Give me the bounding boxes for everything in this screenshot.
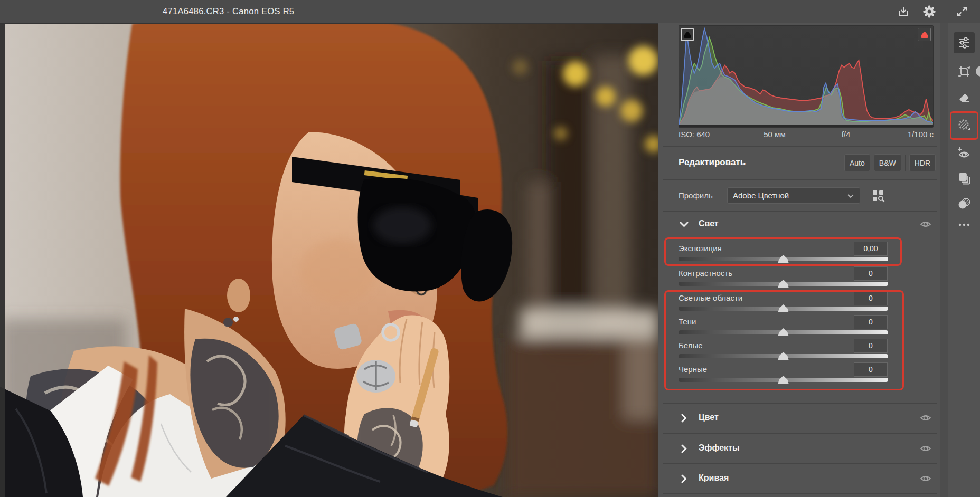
highlight-clipping-indicator[interactable] <box>918 28 931 41</box>
slider-label: Экспозиция <box>679 244 722 253</box>
chevron-right-icon <box>680 444 688 455</box>
titlebar-separator <box>948 3 948 20</box>
edit-panel-title: Редактировать <box>679 157 746 168</box>
slider-row-blacks: Черные 0 <box>679 364 888 387</box>
slider-track[interactable] <box>679 257 888 261</box>
slider-row-contrast: Контрастность 0 <box>679 267 888 291</box>
chevron-down-icon <box>847 191 854 200</box>
presets-tool-icon[interactable] <box>954 168 975 189</box>
heal-eraser-tool-icon[interactable] <box>954 87 975 108</box>
gear-icon[interactable] <box>922 4 937 19</box>
color-circles-tool-icon[interactable] <box>954 193 975 214</box>
slider-thumb[interactable] <box>778 352 789 360</box>
section-curve-header[interactable]: Кривая <box>658 464 940 493</box>
slider-value-box[interactable]: 0 <box>854 291 888 305</box>
section-title: Эффекты <box>699 443 740 453</box>
visibility-eye-icon[interactable] <box>920 443 931 454</box>
edit-tool-icon[interactable] <box>954 32 975 53</box>
more-tools-icon[interactable] <box>954 214 975 235</box>
bw-button[interactable]: B&W <box>874 154 901 171</box>
visibility-eye-icon[interactable] <box>920 413 931 423</box>
divider <box>663 493 937 494</box>
slider-label: Контрастность <box>679 269 732 278</box>
chevron-right-icon <box>680 414 688 425</box>
slider-track[interactable] <box>679 282 888 286</box>
slider-row-whites: Белые 0 <box>679 340 888 363</box>
slider-value-box[interactable]: 0,00 <box>854 242 888 256</box>
slider-label: Тени <box>679 317 696 326</box>
slider-row-shadows: Тени 0 <box>679 316 888 339</box>
exif-focal-length: 50 мм <box>743 130 806 144</box>
auto-button[interactable]: Auto <box>844 154 870 171</box>
divider <box>663 179 937 180</box>
tool-rail <box>948 23 980 497</box>
chip-separator <box>905 155 906 171</box>
edit-panel: ISO: 640 50 мм f/4 1/100 с Редактировать… <box>658 23 948 497</box>
visibility-eye-icon[interactable] <box>920 473 931 484</box>
slider-track[interactable] <box>679 378 888 382</box>
slider-thumb[interactable] <box>778 255 789 263</box>
slider-label: Черные <box>679 365 707 374</box>
expand-icon[interactable] <box>955 4 969 19</box>
hdr-button[interactable]: HDR <box>909 154 936 171</box>
section-title: Цвет <box>699 413 719 422</box>
slider-thumb[interactable] <box>778 304 789 312</box>
panel-handle-nub[interactable] <box>976 66 980 77</box>
profile-browser-icon[interactable] <box>870 187 887 204</box>
slider-row-exposure: Экспозиция 0,00 <box>679 243 888 266</box>
panel-scrollbar-gutter[interactable] <box>940 23 948 497</box>
slider-thumb[interactable] <box>778 280 789 288</box>
divider <box>663 146 937 147</box>
edit-mode-buttons: Auto B&W HDR <box>844 154 936 171</box>
slider-value-box[interactable]: 0 <box>854 362 888 377</box>
crop-tool-icon[interactable] <box>954 61 975 82</box>
profile-dropdown[interactable]: Adobe Цветной <box>727 187 860 204</box>
slider-thumb[interactable] <box>778 328 789 336</box>
profile-label: Профиль <box>679 191 713 200</box>
section-color-header[interactable]: Цвет <box>658 404 940 432</box>
histogram[interactable] <box>679 25 934 128</box>
slider-value-box[interactable]: 0 <box>854 339 888 353</box>
download-icon[interactable] <box>896 4 911 19</box>
masking-tool-icon[interactable] <box>954 114 975 136</box>
camera-raw-window: 471A6486.CR3 - Canon EOS R5 <box>0 0 980 497</box>
title-bar: 471A6486.CR3 - Canon EOS R5 <box>0 0 980 23</box>
slider-track[interactable] <box>679 307 888 311</box>
slider-thumb[interactable] <box>778 376 789 384</box>
exif-iso: ISO: 640 <box>679 130 710 144</box>
slider-row-highlights: Светлые области 0 <box>679 292 888 316</box>
slider-value-box[interactable]: 0 <box>854 315 888 329</box>
shadow-clipping-indicator[interactable] <box>681 28 694 41</box>
file-title: 471A6486.CR3 - Canon EOS R5 <box>163 0 294 23</box>
section-title: Свет <box>699 219 719 228</box>
slider-track[interactable] <box>679 330 888 334</box>
histogram-baseline <box>679 125 933 127</box>
red-eye-tool-icon[interactable] <box>954 142 975 164</box>
photo-preview[interactable] <box>0 23 658 497</box>
chevron-down-icon <box>680 220 689 231</box>
exif-aperture: f/4 <box>825 130 867 144</box>
slider-label: Белые <box>679 341 703 350</box>
slider-label: Светлые области <box>679 293 742 302</box>
visibility-eye-icon[interactable] <box>920 219 931 230</box>
section-light-header[interactable]: Свет <box>658 212 940 236</box>
slider-value-box[interactable]: 0 <box>854 266 888 281</box>
exif-shutter: 1/100 с <box>880 130 934 144</box>
section-title: Кривая <box>699 473 729 483</box>
section-effects-header[interactable]: Эффекты <box>658 434 940 463</box>
profile-value: Adobe Цветной <box>733 191 847 200</box>
chevron-right-icon <box>680 474 688 485</box>
slider-track[interactable] <box>679 354 888 358</box>
